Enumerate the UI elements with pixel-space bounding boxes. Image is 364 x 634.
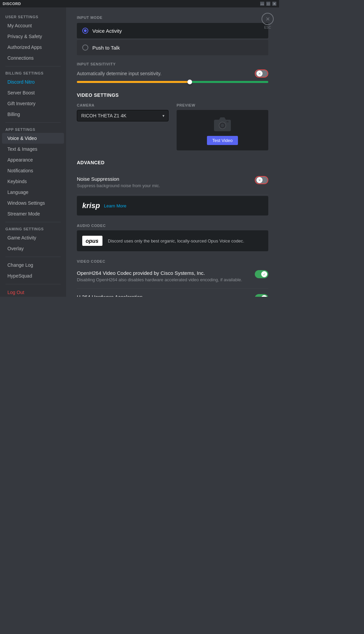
sidebar-item-streamer-mode[interactable]: Streamer Mode — [2, 208, 64, 219]
sensitivity-row: Automatically determine input sensitivit… — [77, 69, 268, 78]
h264-accel-name: H.264 Hardware Acceleration — [77, 294, 249, 297]
sidebar-item-language[interactable]: Language — [2, 187, 64, 198]
sidebar-item-changelog[interactable]: Change Log — [2, 260, 64, 270]
h264-accel-text: H.264 Hardware Acceleration Hardware acc… — [77, 294, 255, 297]
auto-sensitivity-toggle-wrapper: ✕ — [255, 69, 268, 78]
sidebar-item-authorized-apps[interactable]: Authorized Apps — [2, 42, 64, 53]
minimize-button[interactable]: — — [260, 2, 264, 6]
input-sensitivity-label: INPUT SENSITIVITY — [77, 62, 268, 66]
svg-point-2 — [221, 124, 224, 127]
divider-3 — [5, 222, 61, 222]
test-video-button[interactable]: Test Video — [207, 136, 238, 145]
sidebar-item-logout[interactable]: Log Out — [2, 287, 64, 297]
preview-col: PREVIEW Test Video — [177, 103, 268, 150]
camera-col: CAMERA RICOH THETA Z1 4K — [77, 103, 169, 150]
advanced-title: ADVANCED — [77, 160, 268, 165]
svg-rect-4 — [226, 121, 229, 122]
sidebar-item-text-images[interactable]: Text & Images — [2, 144, 64, 154]
window-controls: — □ ✕ — [260, 2, 276, 6]
sidebar-item-discord-nitro[interactable]: Discord Nitro — [2, 77, 64, 87]
video-row: CAMERA RICOH THETA Z1 4K PREVIEW — [77, 103, 268, 150]
openh264-text: OpenH264 Video Codec provided by Cisco S… — [77, 270, 255, 283]
openh264-name: OpenH264 Video Codec provided by Cisco S… — [77, 270, 249, 276]
divider-5 — [5, 284, 61, 284]
sidebar-item-hypesquad[interactable]: HypeSquad — [2, 270, 64, 281]
input-sensitivity-section: INPUT SENSITIVITY Automatically determin… — [77, 62, 268, 83]
push-to-talk-option[interactable]: Push to Talk — [77, 40, 268, 55]
preview-box: Test Video — [177, 110, 268, 150]
sidebar-item-keybinds[interactable]: Keybinds — [2, 176, 64, 187]
input-mode-label: INPUT MODE — [77, 16, 268, 20]
preview-label: PREVIEW — [177, 103, 268, 107]
push-to-talk-radio[interactable] — [82, 45, 88, 51]
audio-codec-banner: opus Discord uses only the best organic,… — [77, 230, 268, 251]
sensitivity-slider-thumb[interactable] — [187, 80, 192, 84]
openh264-desc: Disabling OpenH264 also disables hardwar… — [77, 277, 249, 283]
sidebar-item-appearance[interactable]: Appearance — [2, 154, 64, 165]
sidebar-item-my-account[interactable]: My Account — [2, 20, 64, 31]
voice-activity-option[interactable]: Voice Activity — [77, 23, 268, 38]
openh264-toggle[interactable]: ✓ — [255, 270, 268, 278]
sidebar: USER SETTINGS My Account Privacy & Safet… — [0, 7, 66, 297]
app-settings-label: APP SETTINGS — [0, 125, 66, 133]
openh264-knob: ✓ — [261, 271, 267, 277]
esc-container: ✕ ESC — [262, 13, 274, 29]
sidebar-item-billing[interactable]: Billing — [2, 109, 64, 120]
toggle-knob: ✕ — [256, 70, 263, 77]
camera-preview-icon — [212, 116, 233, 133]
divider-4 — [5, 257, 61, 257]
h264-accel-knob: ✓ — [261, 295, 267, 297]
video-codec-label: VIDEO CODEC — [77, 259, 268, 263]
sensitivity-slider-track[interactable] — [77, 81, 268, 83]
titlebar: DISCORD — □ ✕ — [0, 0, 279, 7]
advanced-section: ADVANCED Noise Suppression Suppress back… — [77, 160, 268, 297]
camera-select[interactable]: RICOH THETA Z1 4K — [77, 110, 169, 121]
opus-logo: opus — [82, 236, 102, 246]
sidebar-item-windows-settings[interactable]: Windows Settings — [2, 198, 64, 208]
audio-codec-label: AUDIO CODEC — [77, 224, 268, 228]
esc-button[interactable]: ✕ — [262, 13, 274, 25]
auto-sensitivity-text: Automatically determine input sensitivit… — [77, 71, 161, 76]
close-button[interactable]: ✕ — [272, 2, 276, 6]
noise-suppression-knob: ✕ — [256, 177, 263, 183]
noise-suppression-text: Noise Suppression Suppress background no… — [77, 176, 255, 189]
camera-select-wrapper: RICOH THETA Z1 4K — [77, 110, 169, 121]
noise-suppression-desc: Suppress background noise from your mic. — [77, 183, 249, 189]
openh264-row: OpenH264 Video Codec provided by Cisco S… — [77, 265, 268, 289]
main-content: ✕ ESC INPUT MODE Voice Activity Push to … — [66, 7, 279, 297]
sidebar-item-gift-inventory[interactable]: Gift Inventory — [2, 98, 64, 109]
voice-activity-label: Voice Activity — [92, 28, 122, 34]
h264-accel-toggle[interactable]: ✓ — [255, 294, 268, 297]
h264-accel-toggle-wrapper: ✓ — [255, 294, 268, 297]
user-settings-label: USER SETTINGS — [0, 13, 66, 20]
video-settings-section: VIDEO SETTINGS CAMERA RICOH THETA Z1 4K … — [77, 92, 268, 150]
sidebar-item-voice-video[interactable]: Voice & Video — [2, 133, 64, 144]
gaming-settings-label: GAMING SETTINGS — [0, 225, 66, 232]
auto-sensitivity-toggle[interactable]: ✕ — [255, 70, 268, 77]
push-to-talk-label: Push to Talk — [92, 45, 120, 51]
krisp-brand: krisp — [82, 201, 100, 210]
voice-activity-radio[interactable] — [82, 28, 88, 34]
h264-accel-row: H.264 Hardware Acceleration Hardware acc… — [77, 289, 268, 297]
billing-settings-label: BILLING SETTINGS — [0, 69, 66, 77]
noise-suppression-toggle-wrapper: ✕ — [255, 176, 268, 184]
sidebar-item-game-activity[interactable]: Game Activity — [2, 232, 64, 243]
noise-suppression-row: Noise Suppression Suppress background no… — [77, 171, 268, 195]
sidebar-item-privacy-safety[interactable]: Privacy & Safety — [2, 31, 64, 42]
sidebar-item-overlay[interactable]: Overlay — [2, 243, 64, 254]
krisp-banner: krisp Learn More — [77, 196, 268, 215]
camera-label: CAMERA — [77, 103, 169, 107]
maximize-button[interactable]: □ — [266, 2, 270, 6]
divider-1 — [5, 66, 61, 66]
svg-text:opus: opus — [86, 238, 98, 244]
noise-suppression-name: Noise Suppression — [77, 176, 249, 182]
svg-marker-3 — [219, 117, 226, 120]
sidebar-item-connections[interactable]: Connections — [2, 53, 64, 63]
krisp-learn-more[interactable]: Learn More — [104, 203, 126, 208]
noise-suppression-toggle[interactable]: ✕ — [255, 177, 268, 183]
sidebar-item-notifications[interactable]: Notifications — [2, 165, 64, 176]
sidebar-item-server-boost[interactable]: Server Boost — [2, 87, 64, 98]
divider-2 — [5, 122, 61, 123]
esc-label: ESC — [264, 26, 271, 29]
app-container: USER SETTINGS My Account Privacy & Safet… — [0, 7, 279, 297]
